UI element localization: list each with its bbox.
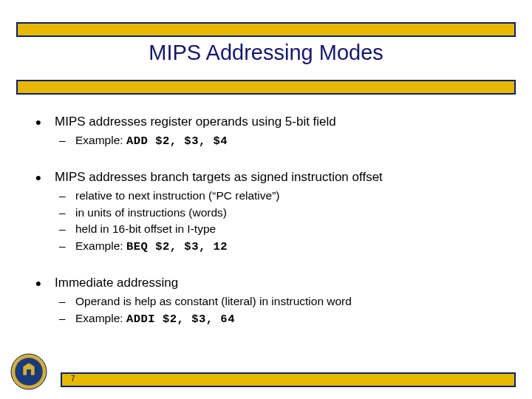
- bullet-list: MIPS addresses register operands using 5…: [30, 115, 510, 327]
- svg-rect-2: [27, 369, 31, 375]
- sub-list: relative to next instruction (“PC relati…: [55, 188, 510, 255]
- sub-item: relative to next instruction (“PC relati…: [55, 188, 510, 204]
- bottom-band: [61, 372, 516, 387]
- sub-item: Example: BEQ $2, $3, 12: [55, 238, 510, 255]
- sub-text: Operand is help as constant (literal) in…: [75, 295, 352, 307]
- code: ADDI $2, $3, 64: [126, 313, 235, 326]
- bullet-heading: Immediate addressing: [55, 276, 510, 290]
- bullet-item: Immediate addressing Operand is help as …: [30, 276, 510, 327]
- sub-item: Example: ADDI $2, $3, 64: [55, 310, 510, 327]
- sub-text: Example:: [75, 239, 126, 252]
- sub-text: Example:: [75, 312, 126, 324]
- university-seal-icon: [10, 353, 47, 390]
- code: ADD $2, $3, $4: [126, 134, 228, 148]
- bullet-heading: MIPS addresses branch targets as signed …: [55, 170, 510, 185]
- sub-list: Example: ADD $2, $3, $4: [55, 132, 510, 149]
- sub-item: Example: ADD $2, $3, $4: [55, 132, 510, 149]
- top-band: [16, 22, 516, 37]
- sub-item: held in 16-bit offset in I-type: [55, 221, 510, 237]
- sub-text: in units of instructions (words): [75, 206, 227, 219]
- sub-item: Operand is help as constant (literal) in…: [55, 293, 510, 310]
- sub-text: Example:: [75, 134, 126, 146]
- bullet-item: MIPS addresses register operands using 5…: [30, 115, 510, 149]
- code: BEQ $2, $3, 12: [126, 240, 228, 253]
- sub-text: relative to next instruction (“PC relati…: [75, 189, 280, 202]
- slide-title: MIPS Addressing Modes: [0, 41, 532, 65]
- sub-item: in units of instructions (words): [55, 205, 510, 221]
- sub-band: [16, 80, 516, 95]
- content-area: MIPS addresses register operands using 5…: [30, 115, 510, 348]
- sub-text: held in 16-bit offset in I-type: [75, 222, 216, 235]
- page-number: 7: [71, 375, 75, 383]
- bullet-item: MIPS addresses branch targets as signed …: [30, 170, 510, 255]
- sub-list: Operand is help as constant (literal) in…: [55, 293, 510, 327]
- bullet-heading: MIPS addresses register operands using 5…: [55, 115, 510, 129]
